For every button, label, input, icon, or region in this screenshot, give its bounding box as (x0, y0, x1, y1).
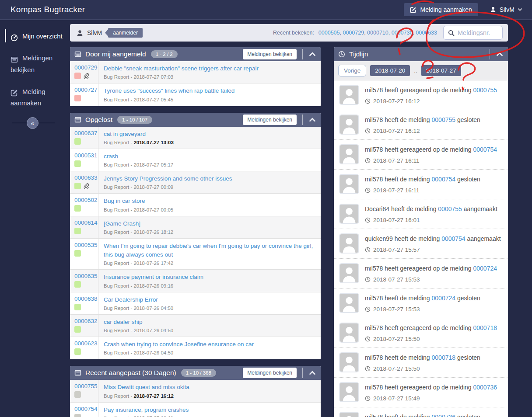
timeline-entry: mil578 heeft gereageerd op de melding 00… (334, 259, 508, 288)
collapse-panel-button[interactable] (308, 370, 317, 376)
bug-row-summary-cell: crash Bug Report - 2018-07-27 05:17 (98, 149, 321, 171)
timeline-date-separator: .. (414, 67, 417, 74)
bug-id-link[interactable]: 0000632 (74, 318, 95, 324)
avatar (339, 115, 359, 135)
bug-id-link[interactable]: 0000623 (74, 340, 95, 347)
divider (302, 115, 303, 125)
timeline-entry-text: mil578 heeft gereageerd op de melding 00… (365, 85, 497, 105)
view-issues-button[interactable]: Meldingen bekijken (243, 115, 297, 125)
recent-bug-link[interactable]: 0000633 (416, 30, 437, 36)
bug-title-link[interactable]: Jennys Story Progression and some other … (104, 174, 315, 183)
sidebar-item-report-issue[interactable]: Melding aanmaken (0, 82, 70, 113)
panel-reported-by-me: Door mij aangemeld 1 - 2 / 2 Meldingen b… (70, 47, 321, 106)
bug-row: 0000502 Bug in car store Bug Report - 20… (70, 194, 321, 216)
recent-bug-link[interactable]: 0000710 (367, 30, 388, 36)
bug-id-link[interactable]: 0000754 (74, 406, 95, 412)
bug-id-link[interactable]: 0000718 (473, 324, 497, 331)
bug-id-link[interactable]: 0000736 (432, 414, 456, 417)
bug-id-link[interactable]: 0000638 (74, 295, 95, 302)
recent-bug-link[interactable]: 0000729 (343, 30, 364, 36)
sidebar-collapse-button[interactable]: « (27, 117, 38, 129)
bug-title-link[interactable]: crash (104, 152, 315, 161)
bug-title-link[interactable]: Car Dealership Error (104, 295, 315, 304)
app-title: Kompas Bugtracker (10, 5, 85, 14)
recent-bug-link[interactable]: 0000505 (318, 30, 340, 36)
timeline-entry: mil578 heeft de melding 0000755 gesloten… (334, 110, 508, 140)
bug-id-link[interactable]: 0000755 (74, 383, 95, 389)
bug-id-link[interactable]: 0000718 (432, 354, 456, 361)
panel-header: Door mij aangemeld 1 - 2 / 2 Meldingen b… (70, 47, 321, 61)
sidebar-item-view-issues[interactable]: Meldingen bekijken (0, 49, 70, 80)
bug-id-link[interactable]: 0000755 (473, 87, 497, 94)
bug-row-id-cell: 0000727 (70, 83, 98, 105)
recent-bug-link[interactable]: 0000730 (392, 30, 413, 36)
bug-row-list: 0000755 Miss Dewitt quest and miss okita… (70, 380, 321, 417)
sidebar-item-my-view[interactable]: Mijn overzicht (0, 27, 70, 46)
bug-title-link[interactable]: Debbie "sneak masturbation" scene trigge… (104, 64, 315, 73)
bug-title-link[interactable]: Insurance payment or insurance claim (104, 273, 315, 281)
timeline-controls: Vorige 2018-07-20 .. 2018-07-27 (334, 61, 508, 80)
bug-id-link[interactable]: 0000755 (432, 116, 456, 123)
panel-recently-modified: Recent aangepast (30 Dagen) 1 - 10 / 368… (70, 366, 321, 417)
bug-id-link[interactable]: 0000754 (432, 176, 456, 183)
bug-id-link[interactable]: 0000531 (74, 152, 95, 159)
collapse-panel-button[interactable] (308, 117, 317, 123)
bug-id-link[interactable]: 0000724 (473, 265, 497, 272)
create-issue-button[interactable]: Melding aanmaken (404, 3, 478, 16)
bug-id-link[interactable]: 0000755 (438, 205, 462, 212)
clock-icon (365, 158, 371, 163)
bug-id-link[interactable]: 0000637 (74, 130, 95, 136)
bug-title-link[interactable]: [Game Crash] (104, 219, 315, 228)
bug-id-link[interactable]: 0000614 (74, 219, 95, 226)
clock-icon (365, 336, 371, 342)
timeline-entry: mil578 heeft de melding 0000724 gesloten… (334, 288, 508, 318)
timeline-entry-text: mil578 heeft de melding 0000724 gesloten… (365, 293, 480, 313)
user-info-bar: SilvM aanmelder Recent bekeken: 0000505,… (70, 24, 508, 42)
create-issue-label: Melding aanmaken (420, 6, 472, 13)
timeline-entry-text: Docari84 heeft de melding 0000755 aangem… (365, 204, 497, 224)
chevron-up-icon (497, 52, 503, 56)
bug-title-link[interactable]: When I'm going to repair debbie's car wh… (104, 242, 315, 260)
bug-title-link[interactable]: Crash when trying to convince Josefine e… (104, 340, 315, 349)
user-menu-label: SilvM (500, 6, 514, 13)
topbar: Kompas Bugtracker Melding aanmaken SilvM (0, 0, 532, 20)
bug-title-link[interactable]: Bug in car store (104, 197, 315, 205)
bug-title-link[interactable]: Tyrone uses "success" lines when rap bat… (104, 87, 315, 95)
bug-title-link[interactable]: Pay insurance, program crashes (104, 406, 315, 414)
clock-icon (365, 277, 371, 282)
bug-row: 0000638 Car Dealership Error Bug Report … (70, 292, 321, 315)
bug-meta: Bug Report - 2018-07-27 13:03 (104, 140, 315, 145)
bug-id-link[interactable]: 0000754 (441, 235, 466, 242)
clock-icon (365, 217, 371, 223)
view-issues-button[interactable]: Meldingen bekijken (243, 49, 297, 59)
bug-row-id-cell: 0000531 (70, 149, 98, 171)
bug-id-link[interactable]: 0000724 (432, 295, 456, 302)
bug-title-link[interactable]: cat in graveyard (104, 130, 315, 139)
bug-id-link[interactable]: 0000727 (74, 87, 95, 93)
bug-title-link[interactable]: Miss Dewitt quest and miss okita (104, 383, 315, 392)
collapse-panel-button[interactable] (308, 51, 317, 57)
bug-id-link[interactable]: 0000635 (74, 273, 95, 279)
bug-id-link[interactable]: 0000633 (74, 174, 95, 181)
bug-title-link[interactable]: car dealer ship (104, 318, 315, 327)
view-issues-button[interactable]: Meldingen bekijken (243, 368, 297, 378)
list-icon (74, 116, 81, 123)
bug-row-summary-cell: Tyrone uses "success" lines when rap bat… (98, 83, 321, 105)
bug-row-summary-cell: Car Dealership Error Bug Report - 2018-0… (98, 292, 321, 314)
clock-icon (338, 51, 345, 58)
edit-icon (10, 89, 18, 97)
severity-color-box (74, 95, 81, 101)
bug-row-summary-cell: Miss Dewitt quest and miss okita Bug Rep… (98, 380, 321, 402)
bug-id-link[interactable]: 0000754 (473, 146, 497, 153)
bug-id-link[interactable]: 0000729 (74, 64, 95, 71)
timeline-prev-button[interactable]: Vorige (338, 65, 366, 76)
bug-id-link[interactable]: 0000736 (473, 384, 497, 391)
timeline-entry-time: 2018-07-27 15:49 (373, 395, 420, 402)
bug-id-link[interactable]: 0000502 (74, 197, 95, 203)
clock-icon (365, 306, 371, 312)
collapse-panel-button[interactable] (495, 51, 504, 57)
issue-search-input[interactable] (458, 29, 498, 36)
user-menu[interactable]: SilvM (490, 6, 522, 13)
bug-row-id-cell: 0000535 (70, 239, 98, 270)
bug-id-link[interactable]: 0000535 (74, 242, 95, 248)
